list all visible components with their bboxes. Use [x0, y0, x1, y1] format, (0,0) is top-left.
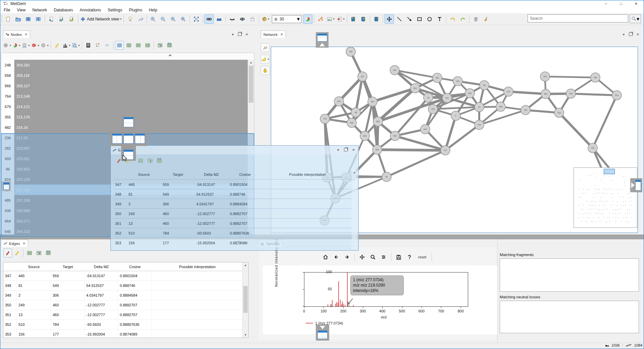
- floating-close-button[interactable]: ✕: [351, 147, 356, 152]
- edges-table-scrollbar[interactable]: ▲ ▼: [242, 262, 248, 338]
- row-header[interactable]: 355: [1, 112, 14, 122]
- tab-network[interactable]: Network ✕: [261, 31, 286, 38]
- nodes-table-header[interactable]: [1, 53, 254, 60]
- plot-forward-button[interactable]: [343, 253, 351, 261]
- edges-table-row[interactable]: 347445559-54.9131470.8901504: [3, 271, 243, 281]
- matching-neutral-losses-box[interactable]: [500, 301, 639, 333]
- nodes-tab-close-icon[interactable]: ✕: [24, 33, 27, 36]
- column-header-index[interactable]: [3, 262, 17, 271]
- link-views-button[interactable]: [204, 14, 214, 24]
- row-header[interactable]: 482: [1, 122, 14, 133]
- row-value[interactable]: 209,118: [14, 70, 248, 81]
- floating-scrollbar[interactable]: ▲: [352, 170, 357, 249]
- network-node[interactable]: 704: [475, 120, 484, 130]
- network-node[interactable]: 194: [453, 77, 462, 86]
- column-header-possible-interpretation[interactable]: Possible interpretation: [262, 170, 353, 179]
- network-node[interactable]: 262: [360, 131, 369, 141]
- plot-reset-button[interactable]: reset: [416, 253, 429, 261]
- menu-databases[interactable]: Databases: [50, 7, 76, 13]
- zoom-out-button[interactable]: [158, 14, 168, 24]
- pie-charts-button[interactable]: [303, 14, 312, 24]
- network-options-button[interactable]: [261, 43, 269, 52]
- zoom-selected-button[interactable]: [168, 14, 178, 24]
- formula-button[interactable]: [84, 41, 93, 50]
- network-node[interactable]: 785: [346, 47, 355, 56]
- nodes-dock-float-button[interactable]: [237, 32, 243, 37]
- network-node[interactable]: 333: [428, 104, 438, 114]
- export-image-button-dropdown-icon[interactable]: ▾: [333, 17, 335, 20]
- database-results-button[interactable]: [359, 14, 368, 24]
- edges-table-row[interactable]: 350249460-12.0027770.8882707: [3, 300, 243, 310]
- edges-table-row[interactable]: 352510784-93.56030.88807636: [113, 228, 353, 238]
- plot-back-button[interactable]: [332, 253, 341, 261]
- new-project-button[interactable]: [3, 14, 13, 24]
- column-header-delta-mz[interactable]: Delta MZ: [195, 170, 228, 179]
- draw-arrow-button[interactable]: [405, 14, 414, 24]
- edit-edge-button[interactable]: [3, 249, 12, 257]
- network-node[interactable]: 406: [347, 118, 356, 128]
- edges-table-row[interactable]: 347445559-54.9131470.8901504: [113, 179, 353, 189]
- database-view-button[interactable]: [372, 14, 381, 24]
- row-header[interactable]: 558: [1, 70, 14, 81]
- network-node[interactable]: 165: [521, 105, 530, 115]
- network-node[interactable]: 143: [390, 65, 399, 75]
- draw-ellipse-button[interactable]: [425, 14, 434, 24]
- add-network-view-button-dropdown-icon[interactable]: ▾: [120, 17, 121, 20]
- color-nodes-button[interactable]: ▾: [261, 14, 270, 24]
- search-button[interactable]: ▾: [630, 14, 641, 23]
- network-node[interactable]: 163: [480, 81, 489, 90]
- lock-layout-button[interactable]: [261, 66, 269, 75]
- export-metadata-button-dropdown-icon[interactable]: ▾: [343, 17, 345, 20]
- edges-table-row[interactable]: 353156177-15.9920040.8874089: [113, 238, 353, 248]
- row-value[interactable]: 213,148: [14, 91, 248, 102]
- menu-annotations[interactable]: Annotations: [77, 7, 104, 13]
- clear-button[interactable]: [481, 14, 491, 24]
- draw-rect-button[interactable]: [415, 14, 424, 24]
- table-view-all-button[interactable]: [25, 249, 34, 257]
- hide-isolated-nodes-button[interactable]: [248, 14, 257, 24]
- row-header[interactable]: 679: [1, 101, 14, 112]
- menu-help[interactable]: Help: [146, 7, 161, 13]
- column-header-target[interactable]: Target: [161, 170, 195, 179]
- zoom-in-button[interactable]: [148, 14, 158, 24]
- network-node[interactable]: 125: [442, 93, 452, 103]
- edges-table-row[interactable]: 35113460-12.0027770.8882707: [3, 310, 243, 320]
- color-nodes-button-dropdown-icon[interactable]: ▾: [268, 17, 269, 20]
- search-input[interactable]: [528, 14, 628, 22]
- nodes-table-row[interactable]: 966 209,127: [1, 81, 254, 91]
- edges-table[interactable]: SourceTargetDelta MZCosinePossible inter…: [3, 262, 249, 338]
- matching-fragments-box[interactable]: [500, 258, 639, 292]
- open-project-button[interactable]: [13, 14, 23, 24]
- network-node[interactable]: 533: [410, 84, 420, 93]
- delete-button[interactable]: [471, 14, 481, 24]
- tab-nodes[interactable]: Nodes ✕: [3, 31, 30, 38]
- row-value[interactable]: 209,127: [14, 81, 248, 91]
- nodes-table-row[interactable]: 764 213,148: [1, 91, 254, 101]
- scrollbar-thumb[interactable]: [249, 66, 253, 103]
- plot-configure-button[interactable]: [379, 253, 388, 261]
- network-node[interactable]: 80: [382, 172, 391, 182]
- network-node[interactable]: 5: [451, 111, 460, 120]
- row-header[interactable]: 966: [1, 81, 14, 91]
- nodes-table-row[interactable]: 558 209,118: [1, 70, 254, 81]
- move-mode-button[interactable]: [385, 14, 394, 24]
- network-node[interactable]: 20: [424, 93, 433, 102]
- edit-node-button[interactable]: [53, 41, 61, 50]
- network-node[interactable]: 910: [334, 97, 344, 106]
- edges-table-row[interactable]: 34923064.03417970.8884584: [3, 291, 243, 300]
- nodes-dock-menu-button[interactable]: ▾: [230, 32, 236, 37]
- network-node[interactable]: 205: [465, 89, 475, 98]
- pie-column-button[interactable]: ▾: [12, 41, 21, 50]
- settings-tools-button[interactable]: [136, 14, 145, 24]
- column-header-source[interactable]: Source: [127, 170, 161, 179]
- nodes-dock-close-button[interactable]: ✕: [244, 32, 250, 37]
- plot-help-button[interactable]: [405, 253, 414, 261]
- row-header[interactable]: 764: [1, 91, 14, 102]
- network-node[interactable]: 307: [368, 97, 377, 106]
- table-view-filtered-button[interactable]: [134, 41, 143, 50]
- edges-tab-close-icon[interactable]: ✕: [23, 242, 26, 245]
- fit-columns-button[interactable]: [165, 41, 174, 50]
- filter-nodes-button[interactable]: ▾: [3, 41, 11, 50]
- zoom-fit-button[interactable]: [179, 14, 188, 24]
- edges-table-row[interactable]: 3488154954.9125370.888746: [113, 189, 353, 199]
